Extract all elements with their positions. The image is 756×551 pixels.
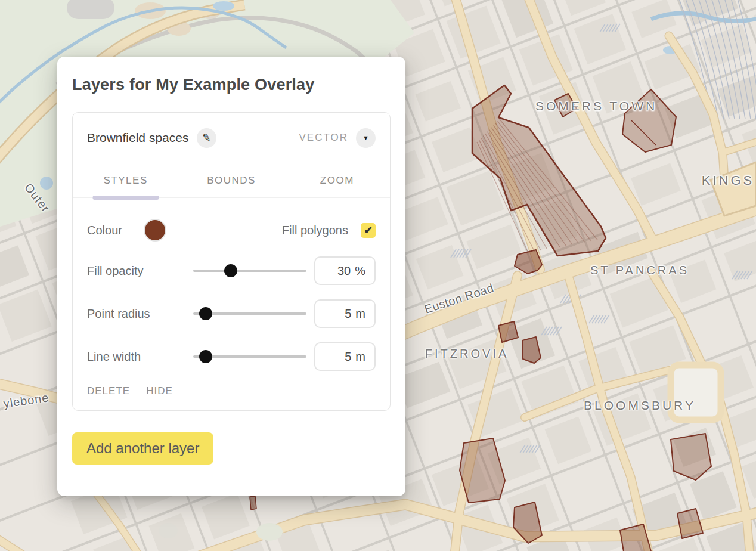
edit-layer-name-button[interactable]: ✎ <box>197 128 216 148</box>
layer-actions: DELETE HIDE <box>87 385 376 397</box>
layer-tabs: STYLES BOUNDS ZOOM <box>73 163 390 198</box>
chevron-down-icon: ▼ <box>362 134 369 141</box>
value-number: 5 <box>345 350 351 364</box>
map-label-outer-circle: Outer <box>21 181 52 215</box>
map-label-st-pancras: ST PANCRAS <box>590 264 689 277</box>
pencil-icon: ✎ <box>202 131 212 145</box>
layer-card: Brownfield spaces ✎ VECTOR ▼ STYLES BOUN… <box>72 112 391 411</box>
layers-panel: Layers for My Example Overlay Brownfield… <box>57 57 405 496</box>
fill-polygons-checkbox[interactable]: ✔ <box>361 223 376 238</box>
fill-opacity-value[interactable]: 30 % <box>314 256 376 285</box>
point-radius-slider-thumb[interactable] <box>199 307 212 320</box>
value-unit: m <box>355 307 365 321</box>
map-label-bloomsbury: BLOOMSBURY <box>584 398 696 413</box>
tab-zoom[interactable]: ZOOM <box>284 163 390 197</box>
line-width-slider-thumb[interactable] <box>199 350 212 363</box>
panel-title: Layers for My Example Overlay <box>72 76 391 94</box>
line-width-label: Line width <box>87 350 193 364</box>
colour-label: Colour <box>87 224 122 237</box>
delete-layer-button[interactable]: DELETE <box>87 385 130 397</box>
fill-opacity-label: Fill opacity <box>87 264 193 278</box>
layer-name: Brownfield spaces <box>87 131 188 145</box>
line-width-slider[interactable] <box>193 350 306 363</box>
colour-swatch[interactable] <box>144 219 166 242</box>
point-radius-label: Point radius <box>87 307 193 321</box>
point-radius-value[interactable]: 5 m <box>314 299 376 328</box>
map-label-fitzrovia: FITZROVIA <box>425 347 509 361</box>
point-radius-slider[interactable] <box>193 307 306 320</box>
line-width-value[interactable]: 5 m <box>314 342 376 371</box>
value-unit: m <box>355 350 365 364</box>
tab-styles[interactable]: STYLES <box>73 163 178 197</box>
value-unit: % <box>355 264 365 278</box>
map-label-somers-town: SOMERS TOWN <box>535 99 657 113</box>
checkmark-icon: ✔ <box>364 224 372 237</box>
layer-type-label: VECTOR <box>299 132 348 144</box>
slider-track <box>193 270 306 272</box>
add-another-layer-button[interactable]: Add another layer <box>72 432 213 465</box>
map-label-marylebone: ylebone <box>2 391 50 411</box>
layer-type-dropdown-button[interactable]: ▼ <box>356 128 376 148</box>
tab-bounds[interactable]: BOUNDS <box>178 163 284 197</box>
fill-opacity-slider[interactable] <box>193 264 306 277</box>
map-label-euston-road: Euston Road <box>423 281 495 316</box>
layer-card-header: Brownfield spaces ✎ VECTOR ▼ <box>73 113 390 163</box>
fill-polygons-label: Fill polygons <box>282 224 348 237</box>
hide-layer-button[interactable]: HIDE <box>146 385 173 397</box>
value-number: 5 <box>345 307 351 321</box>
styles-tab-content: Colour Fill polygons ✔ Fill opacity 30 % <box>73 198 390 410</box>
fill-opacity-slider-thumb[interactable] <box>224 264 237 277</box>
value-number: 30 <box>337 264 351 278</box>
map-label-kings: KINGS <box>702 173 754 188</box>
